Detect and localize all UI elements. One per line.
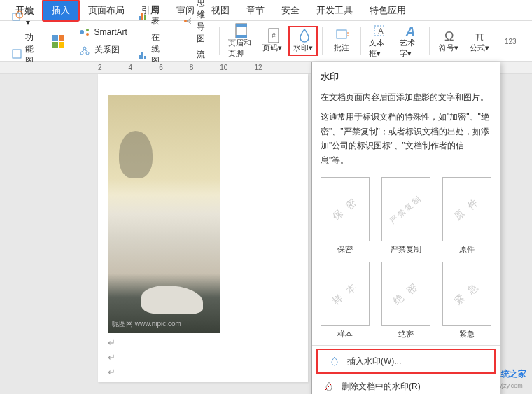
smartart-button[interactable]: SmartArt — [74, 24, 132, 41]
tab-bar: 开始 插入 页面布局 引用 审阅 视图 章节 安全 开发工具 特色应用 — [0, 0, 532, 21]
icon-lib-icon — [50, 34, 64, 48]
page-num-icon: # — [265, 29, 279, 43]
document-page[interactable]: 昵图网 www.nipic.com ↵ ↵ ↵ — [98, 74, 308, 382]
watermark-presets: 保 密保密 严禁复制严禁复制 原 件原件 样 本样本 绝 密绝密 紧 急紧急 — [312, 174, 500, 342]
chart-button[interactable]: 图表 — [133, 2, 169, 29]
svg-point-7 — [80, 30, 84, 34]
svg-text:π: π — [475, 29, 484, 43]
image-credit: 昵图网 www.nipic.com — [112, 319, 181, 329]
svg-text:#: # — [272, 32, 276, 40]
relation-button[interactable]: 关系图 — [74, 42, 132, 59]
watermark-button[interactable]: 水印▾ — [288, 26, 318, 56]
preset-confidential[interactable]: 保 密保密 — [321, 177, 370, 255]
tab-insert[interactable]: 插入 — [42, 0, 80, 22]
header-footer-button[interactable]: 页眉和页脚 — [224, 22, 256, 60]
header-footer-icon — [233, 24, 247, 38]
tooltip-para-2: 这通常用于标识文档的特殊性，如"加密"、"绝密"、"严禁复制"；或者标识文档的出… — [321, 110, 491, 167]
insert-watermark-icon — [328, 354, 342, 368]
shape-button[interactable]: 状▾ — [7, 4, 41, 29]
svg-text:123: 123 — [505, 38, 516, 45]
svg-rect-3 — [52, 35, 58, 41]
paragraph-mark: ↵ — [108, 367, 301, 377]
tooltip-title: 水印 — [321, 69, 491, 85]
svg-line-24 — [187, 21, 191, 24]
paragraph-mark: ↵ — [108, 352, 301, 363]
svg-point-8 — [86, 29, 89, 31]
tab-special[interactable]: 特色应用 — [361, 1, 414, 20]
svg-point-9 — [86, 33, 89, 36]
tab-dev[interactable]: 开发工具 — [308, 1, 361, 20]
menu-remove-watermark[interactable]: 删除文档中的水印(R) — [312, 375, 500, 394]
svg-rect-19 — [141, 52, 144, 59]
preset-no-copy[interactable]: 严禁复制严禁复制 — [382, 177, 430, 255]
inserted-image[interactable]: 昵图网 www.nipic.com — [108, 95, 220, 333]
svg-line-13 — [82, 50, 85, 52]
svg-point-11 — [80, 52, 83, 55]
watermark-dropdown: 水印 在文档页面内容后面添加虚影的文字和图片。 这通常用于标识文档的特殊性，如"… — [312, 62, 500, 394]
icon-lib-button[interactable] — [43, 33, 72, 50]
svg-point-12 — [86, 52, 89, 55]
tooltip-para-1: 在文档页面内容后面添加虚影的文字和图片。 — [321, 90, 491, 104]
online-chart-icon — [137, 48, 148, 62]
preset-top-secret[interactable]: 绝 密绝密 — [382, 262, 430, 339]
svg-rect-2 — [13, 50, 21, 58]
mindmap-button[interactable]: 思维导图 — [178, 0, 215, 46]
svg-rect-5 — [52, 42, 58, 48]
shape-icon — [11, 9, 23, 23]
textbox-button[interactable]: A文本框▾ — [365, 22, 394, 60]
svg-rect-16 — [141, 13, 144, 20]
svg-rect-33 — [337, 30, 346, 38]
preset-original[interactable]: 原 件原件 — [442, 177, 491, 255]
svg-rect-18 — [139, 55, 141, 59]
svg-text:Ω: Ω — [444, 29, 454, 43]
comment-icon — [335, 29, 349, 43]
svg-rect-29 — [236, 24, 247, 27]
svg-rect-15 — [139, 16, 141, 20]
watermark-icon — [296, 29, 310, 43]
svg-point-21 — [184, 20, 187, 22]
svg-rect-6 — [59, 42, 64, 48]
remove-watermark-icon — [322, 379, 336, 393]
smartart-icon — [78, 25, 92, 39]
svg-point-10 — [83, 47, 86, 50]
watermark-tooltip: 水印 在文档页面内容后面添加虚影的文字和图片。 这通常用于标识文档的特殊性，如"… — [312, 62, 500, 174]
textbox-icon: A — [372, 24, 386, 38]
svg-text:A: A — [378, 27, 384, 36]
formula-icon: π — [472, 29, 486, 43]
tab-security[interactable]: 安全 — [273, 1, 308, 20]
relation-icon — [78, 43, 92, 57]
svg-rect-20 — [144, 56, 146, 59]
tab-chapter[interactable]: 章节 — [238, 1, 273, 20]
svg-line-22 — [187, 18, 191, 21]
svg-rect-17 — [144, 15, 146, 20]
more-button[interactable]: 123 — [496, 33, 525, 50]
chart-icon — [137, 8, 149, 22]
more-icon: 123 — [503, 34, 517, 48]
mindmap-icon — [183, 14, 194, 28]
menu-insert-watermark[interactable]: 插入水印(W)... — [316, 349, 496, 374]
symbol-button[interactable]: Ω符号▾ — [434, 27, 463, 55]
wordart-button[interactable]: A艺术字▾ — [396, 22, 425, 60]
formula-button[interactable]: π公式▾ — [465, 27, 494, 55]
symbol-icon: Ω — [442, 29, 456, 43]
tab-layout[interactable]: 页面布局 — [80, 1, 133, 20]
svg-rect-4 — [59, 35, 64, 41]
func-icon — [11, 47, 22, 61]
comment-button[interactable]: 批注 — [327, 27, 356, 55]
page-num-button[interactable]: #页码▾ — [258, 27, 287, 55]
svg-line-14 — [85, 50, 88, 52]
wordart-icon: A — [403, 24, 417, 38]
paragraph-mark: ↵ — [108, 337, 301, 348]
ribbon: 状▾ 功能图▾ SmartArt 关系图 图表 在线图表 思维导图 流程图 页眉… — [0, 21, 532, 62]
preset-urgent[interactable]: 紧 急紧急 — [442, 262, 491, 339]
preset-sample[interactable]: 样 本样本 — [321, 262, 370, 339]
svg-text:A: A — [405, 24, 415, 38]
